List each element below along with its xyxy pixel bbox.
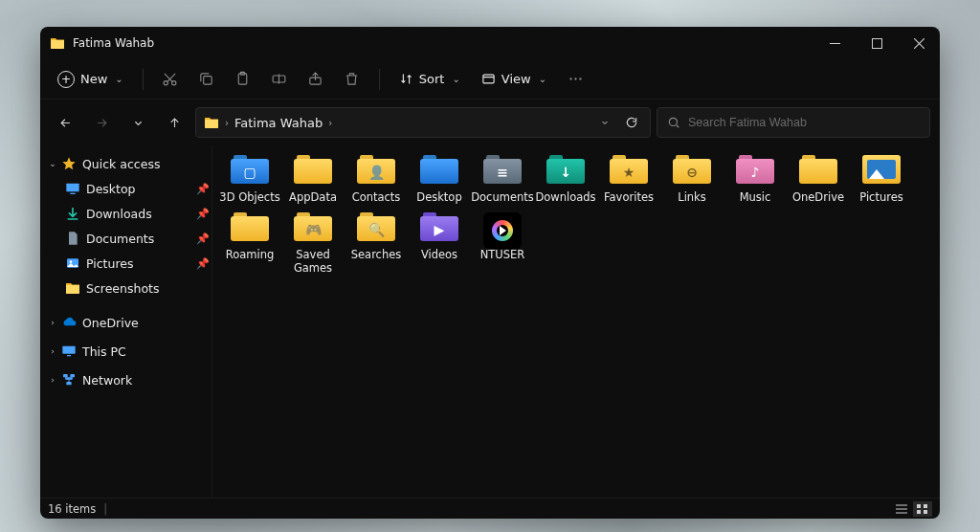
sidebar-quick-access[interactable]: ⌄ Quick access xyxy=(40,151,212,176)
search-input[interactable] xyxy=(688,116,920,129)
up-button[interactable] xyxy=(159,107,189,138)
item-label: OneDrive xyxy=(792,191,844,205)
status-bar: 16 items | xyxy=(40,498,940,519)
sidebar-item-label: Quick access xyxy=(82,157,212,171)
svg-rect-9 xyxy=(483,75,494,83)
sidebar-item-desktop[interactable]: Desktop 📌 xyxy=(40,176,212,201)
svg-rect-21 xyxy=(70,374,75,377)
list-item[interactable]: ♪Music xyxy=(724,155,787,205)
item-icon: 🔍 xyxy=(357,212,395,245)
copy-button[interactable] xyxy=(189,62,224,97)
list-item[interactable]: ▶Videos xyxy=(408,212,471,276)
star-icon xyxy=(61,156,77,171)
list-item[interactable]: ▢3D Objects xyxy=(218,155,281,205)
svg-point-10 xyxy=(569,78,571,79)
item-count: 16 items xyxy=(48,502,96,516)
list-item[interactable]: OneDrive xyxy=(787,155,850,205)
window-title: Fatima Wahab xyxy=(73,36,154,50)
svg-rect-26 xyxy=(924,510,927,514)
svg-rect-14 xyxy=(66,184,78,192)
chevron-right-icon: › xyxy=(46,318,59,327)
item-label: Downloads xyxy=(535,191,595,205)
list-item[interactable]: ★Favorites xyxy=(597,155,660,205)
item-label: Searches xyxy=(351,249,402,262)
sidebar-item-label: Documents xyxy=(86,232,194,246)
chevron-down-icon: ⌄ xyxy=(115,74,122,84)
details-view-button[interactable] xyxy=(892,501,911,517)
item-icon xyxy=(231,212,269,245)
sort-label: Sort xyxy=(419,72,445,86)
network-icon xyxy=(61,372,77,388)
list-item[interactable]: ⊖Links xyxy=(660,155,724,205)
address-bar[interactable]: › Fatima Wahab › xyxy=(195,107,651,138)
item-icon: ▢ xyxy=(231,155,269,188)
sidebar-item-label: Desktop xyxy=(86,182,194,196)
svg-rect-4 xyxy=(204,77,212,85)
more-button[interactable] xyxy=(558,62,592,97)
sidebar-item-screenshots[interactable]: Screenshots xyxy=(40,276,212,300)
item-icon: 👤 xyxy=(357,155,395,188)
view-button[interactable]: View ⌄ xyxy=(472,68,556,90)
pin-icon: 📌 xyxy=(194,233,212,245)
sort-button[interactable]: Sort ⌄ xyxy=(390,68,470,90)
svg-rect-15 xyxy=(70,193,75,194)
minimize-button[interactable] xyxy=(813,27,856,59)
svg-rect-23 xyxy=(917,504,921,508)
cut-button[interactable] xyxy=(153,62,188,97)
address-dropdown[interactable] xyxy=(594,117,615,128)
sort-icon xyxy=(399,72,413,86)
new-label: New xyxy=(80,72,107,86)
sidebar-item-documents[interactable]: Documents 📌 xyxy=(40,226,212,251)
item-icon xyxy=(483,212,522,245)
item-label: Videos xyxy=(421,249,457,262)
svg-rect-24 xyxy=(924,504,927,508)
forward-button[interactable] xyxy=(86,107,117,138)
sidebar-item-pictures[interactable]: Pictures 📌 xyxy=(40,251,212,276)
item-label: Music xyxy=(740,191,771,205)
icons-view-button[interactable] xyxy=(913,501,932,517)
list-item[interactable]: ≡Documents xyxy=(471,155,534,205)
list-item[interactable]: NTUSER xyxy=(471,212,534,276)
file-explorer-window: Fatima Wahab + New ⌄ Sort ⌄ View ⌄ xyxy=(40,27,940,519)
rename-button[interactable] xyxy=(262,62,297,97)
downloads-icon xyxy=(65,206,80,221)
file-list[interactable]: ▢3D ObjectsAppData👤ContactsDesktop≡Docum… xyxy=(212,145,940,498)
svg-rect-25 xyxy=(917,510,921,514)
share-button[interactable] xyxy=(299,62,333,97)
list-item[interactable]: Roaming xyxy=(218,212,281,276)
item-icon: ♪ xyxy=(736,155,774,188)
back-button[interactable] xyxy=(50,107,80,138)
item-label: Favorites xyxy=(604,191,654,205)
paste-button[interactable] xyxy=(226,62,260,97)
item-label: 3D Objects xyxy=(219,191,279,205)
item-icon: ↓ xyxy=(546,155,585,188)
svg-rect-22 xyxy=(66,382,71,385)
item-icon: ▶ xyxy=(420,212,458,245)
documents-icon xyxy=(65,231,80,246)
list-item[interactable]: 🎮Saved Games xyxy=(281,212,345,276)
svg-point-12 xyxy=(579,78,581,79)
sidebar-item-downloads[interactable]: Downloads 📌 xyxy=(40,201,212,226)
computer-icon xyxy=(61,344,77,359)
list-item[interactable]: 👤Contacts xyxy=(345,155,408,205)
sidebar-network[interactable]: › Network xyxy=(40,367,212,392)
item-icon xyxy=(294,155,332,188)
list-item[interactable]: Desktop xyxy=(408,155,471,205)
recent-locations-button[interactable] xyxy=(122,107,153,138)
refresh-button[interactable] xyxy=(621,116,642,129)
new-button[interactable]: + New ⌄ xyxy=(48,67,133,92)
breadcrumb[interactable]: Fatima Wahab xyxy=(234,116,323,130)
close-button[interactable] xyxy=(898,27,940,59)
separator xyxy=(143,69,144,90)
sidebar-this-pc[interactable]: › This PC xyxy=(40,339,212,364)
search-box[interactable] xyxy=(657,107,930,138)
sidebar-onedrive[interactable]: › OneDrive xyxy=(40,310,212,335)
list-item[interactable]: 🔍Searches xyxy=(345,212,408,276)
svg-point-17 xyxy=(70,260,73,263)
list-item[interactable]: Pictures xyxy=(850,155,913,205)
maximize-button[interactable] xyxy=(856,27,898,59)
list-item[interactable]: AppData xyxy=(281,155,345,205)
list-item[interactable]: ↓Downloads xyxy=(534,155,597,205)
plus-icon: + xyxy=(57,71,75,88)
delete-button[interactable] xyxy=(335,62,369,97)
